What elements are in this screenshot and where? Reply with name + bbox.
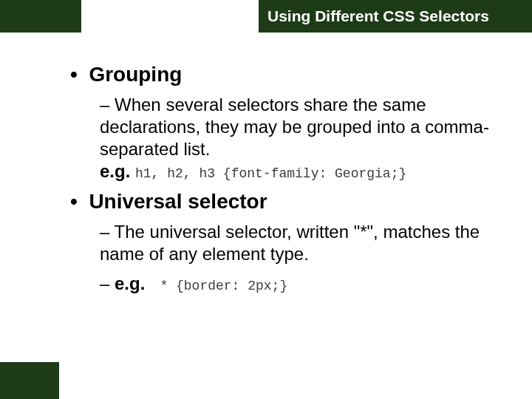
grouping-body-text: When several selectors share the same de… (100, 95, 489, 159)
sub-universal-example: – e.g. * {border: 2px;} (100, 273, 502, 295)
universal-body-text: The universal selector, written "*", mat… (100, 222, 480, 264)
bullet-heading-2: Universal selector (89, 190, 267, 213)
sub-grouping-body: – When several selectors share the same … (100, 94, 502, 183)
slide-title: Using Different CSS Selectors (267, 7, 489, 25)
bullet-dot: • (70, 63, 89, 86)
code-example-1: h1, h2, h3 {font-family: Georgia;} (135, 166, 406, 181)
code-example-2: * {border: 2px;} (160, 279, 287, 293)
title-bar: Using Different CSS Selectors (259, 0, 532, 33)
content-area: • Grouping – When several selectors shar… (70, 63, 502, 302)
bullet-dot: • (70, 190, 89, 213)
top-left-accent (0, 0, 81, 33)
dash: – (100, 273, 115, 293)
dash: – (100, 222, 115, 242)
eg-label-2: e.g. (115, 273, 145, 293)
bottom-left-accent (0, 362, 59, 399)
bullet-universal: • Universal selector (70, 190, 502, 214)
space (150, 273, 155, 293)
eg-label-1: e.g. (100, 161, 130, 181)
sub-universal-body: – The universal selector, written "*", m… (100, 221, 502, 265)
bullet-grouping: • Grouping (70, 63, 502, 86)
dash: – (100, 95, 115, 115)
bullet-heading: Grouping (89, 63, 182, 86)
slide: Using Different CSS Selectors • Grouping… (0, 0, 532, 399)
